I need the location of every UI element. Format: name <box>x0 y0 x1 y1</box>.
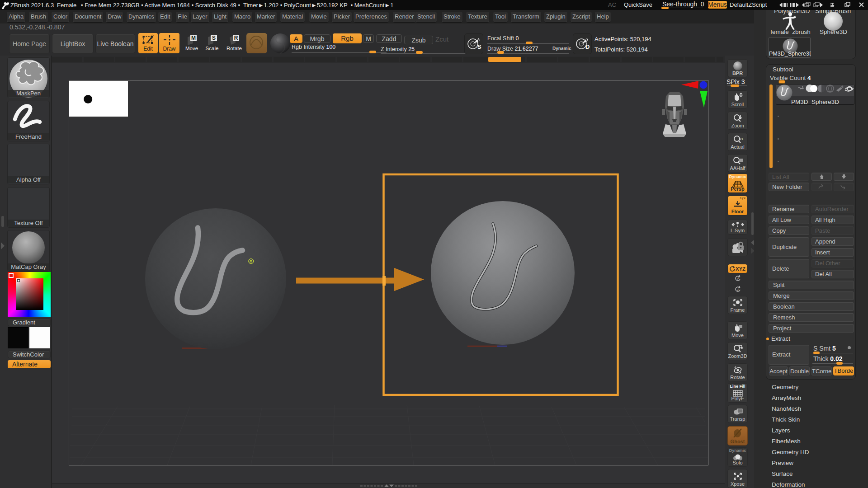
svg-text:S: S <box>212 35 216 41</box>
svg-text:M: M <box>191 35 196 41</box>
svg-text:x1: x1 <box>740 137 744 141</box>
svg-text:Z: Z <box>736 288 739 292</box>
svg-text:R: R <box>234 35 238 41</box>
svg-text:D: D <box>585 43 590 50</box>
svg-text:S: S <box>477 43 481 50</box>
svg-text:Y: Y <box>736 277 739 281</box>
